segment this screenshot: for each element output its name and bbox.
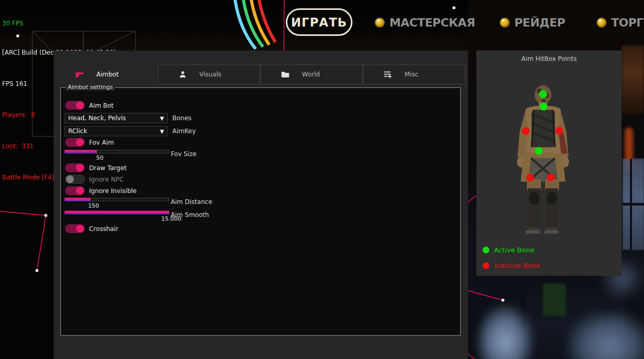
coin-icon <box>500 18 510 28</box>
coin-icon <box>597 18 607 28</box>
fov-size-slider[interactable]: 50 <box>65 150 169 153</box>
cheat-menu-panel: Aimbot Visuals World Misc Aimbot setting… <box>54 50 468 359</box>
menu-item-label: МАСТЕРСКАЯ <box>389 16 475 29</box>
toggle-knob <box>76 187 84 195</box>
bones-dropdown[interactable]: Head, Neck, Pelvis ▼ <box>65 113 168 123</box>
aim-bot-label: Aim Bot <box>89 102 113 109</box>
bone-point-left-thigh[interactable] <box>526 174 534 182</box>
ignore-npc-label: Ignore NPC <box>89 176 124 183</box>
hitbox-points-layer <box>476 50 622 276</box>
slider-fill <box>65 211 169 214</box>
bone-point-right-thigh[interactable] <box>547 174 555 182</box>
tab-world[interactable]: World <box>260 65 363 84</box>
crosshair-label: Crosshair <box>89 225 118 233</box>
bone-point-head[interactable] <box>539 91 547 98</box>
tab-visuals[interactable]: Visuals <box>158 65 260 84</box>
tab-label: World <box>302 71 320 78</box>
fov-aim-toggle[interactable] <box>65 138 85 147</box>
aim-smooth-label: Aim Smooth <box>171 211 209 219</box>
slider-value: 150 <box>88 202 99 209</box>
bone-point-neck[interactable] <box>540 103 548 111</box>
folder-icon <box>281 70 289 79</box>
slider-value: 50 <box>96 155 104 161</box>
aimkey-dropdown[interactable]: RClick ▼ <box>65 126 168 136</box>
screen: 30 FPS [ARC] Build (Dec 28 2025, 09:43:3… <box>0 0 644 359</box>
draw-target-toggle[interactable] <box>65 163 85 172</box>
group-title: Aimbot settings <box>66 84 115 91</box>
toggle-knob <box>76 138 84 146</box>
person-icon <box>178 70 187 79</box>
fps-overlay-text: 30 FPS <box>2 21 116 27</box>
legend-label: Active Bone <box>494 246 534 254</box>
fov-size-label: Fov Size <box>171 150 196 158</box>
bone-point-left-arm[interactable] <box>522 127 530 135</box>
playlist-add-icon <box>383 70 392 79</box>
draw-target-label: Draw Target <box>89 164 127 172</box>
toggle-knob <box>76 101 84 109</box>
bone-point-right-arm[interactable] <box>555 127 563 135</box>
menu-item-raider[interactable]: РЕЙДЕР <box>500 15 565 30</box>
ignore-invisible-toggle[interactable] <box>65 186 85 195</box>
tab-label: Misc <box>405 71 419 78</box>
pistol-icon <box>75 70 84 79</box>
chevron-down-icon: ▼ <box>160 129 164 134</box>
legend-inactive-bone: Inactive Bone <box>483 262 540 270</box>
tab-misc[interactable]: Misc <box>363 65 465 84</box>
slider-fill <box>65 198 91 201</box>
menu-item-label: РЕЙДЕР <box>514 16 565 29</box>
aimbot-settings-group: Aimbot settings Aim Bot Head, Neck, Pelv… <box>60 87 461 336</box>
menu-item-market[interactable]: ТОРГО <box>597 15 644 30</box>
aim-distance-label: Aim Distance <box>171 198 212 206</box>
play-button[interactable]: ИГРАТЬ <box>286 8 352 36</box>
legend-active-bone: Active Bone <box>483 246 534 254</box>
coin-icon <box>375 18 385 28</box>
toggle-knob <box>76 225 84 233</box>
bones-label: Bones <box>172 114 192 122</box>
toggle-knob <box>76 164 84 172</box>
tab-label: Aimbot <box>96 71 119 78</box>
tab-aimbot[interactable]: Aimbot <box>55 65 158 84</box>
active-bone-dot-icon <box>483 247 489 253</box>
dropdown-value: Head, Neck, Pelvis <box>68 114 126 122</box>
slider-fill <box>65 150 97 153</box>
aim-distance-slider[interactable]: 150 <box>65 198 169 201</box>
bone-point-pelvis[interactable] <box>535 147 543 155</box>
menu-item-workshop[interactable]: МАСТЕРСКАЯ <box>375 15 475 30</box>
inactive-bone-dot-icon <box>483 262 489 269</box>
dropdown-value: RClick <box>68 127 87 135</box>
aim-smooth-slider[interactable]: 15.000 <box>65 211 169 214</box>
aim-bot-toggle[interactable] <box>65 101 85 110</box>
legend-label: Inactive Bone <box>494 262 540 270</box>
ignore-invisible-label: Ignore Invisible <box>89 187 136 195</box>
tab-label: Visuals <box>199 71 221 78</box>
toggle-knob <box>66 175 74 183</box>
ignore-npc-toggle[interactable] <box>65 175 85 184</box>
chevron-down-icon: ▼ <box>160 116 164 121</box>
fov-aim-label: Fov Aim <box>89 139 114 146</box>
menu-item-label: ТОРГО <box>611 16 644 29</box>
crosshair-toggle[interactable] <box>65 224 85 233</box>
hitbox-panel: Aim HitBox Points <box>476 50 622 276</box>
aimkey-label: AimKey <box>172 127 196 135</box>
